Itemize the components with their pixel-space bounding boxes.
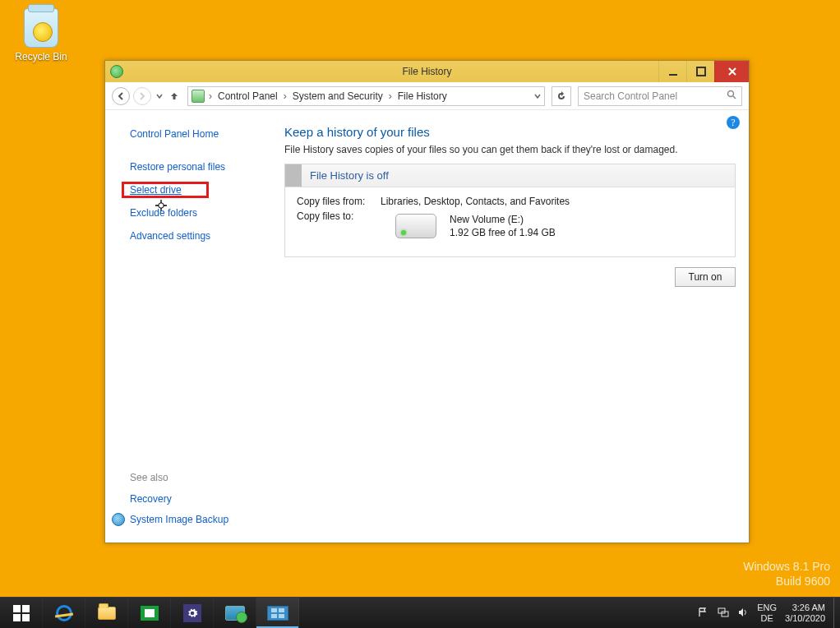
recycle-bin-label: Recycle Bin bbox=[15, 51, 67, 62]
taskbar-app-monitor[interactable] bbox=[214, 598, 256, 628]
sidebar-system-image-backup[interactable]: System Image Backup bbox=[130, 513, 263, 526]
window-app-icon bbox=[110, 65, 123, 78]
copy-from-value: Libraries, Desktop, Contacts, and Favori… bbox=[381, 196, 570, 207]
close-button[interactable] bbox=[714, 61, 749, 82]
tray-clock[interactable]: 3:26 AM 3/10/2020 bbox=[785, 603, 825, 622]
svg-rect-0 bbox=[669, 74, 677, 76]
page-subtitle: File History saves copies of your files … bbox=[284, 144, 736, 155]
svg-point-2 bbox=[728, 91, 734, 97]
tray-flag-icon[interactable] bbox=[698, 607, 709, 620]
sidebar-recovery[interactable]: Recovery bbox=[130, 493, 263, 505]
minimize-button[interactable] bbox=[658, 61, 686, 82]
search-box[interactable] bbox=[578, 86, 742, 106]
maximize-button[interactable] bbox=[686, 61, 714, 82]
svg-line-3 bbox=[733, 96, 736, 99]
taskbar-ie[interactable] bbox=[43, 598, 85, 628]
ie-icon bbox=[56, 605, 72, 621]
show-desktop-button[interactable] bbox=[833, 598, 840, 628]
sidebar-control-panel-home[interactable]: Control Panel Home bbox=[130, 128, 263, 140]
file-history-status: File History is off bbox=[310, 169, 389, 182]
copy-from-label: Copy files from: bbox=[297, 196, 372, 207]
sidebar-see-also-heading: See also bbox=[130, 472, 263, 483]
taskbar-settings[interactable] bbox=[171, 598, 214, 628]
drive-free-space: 1.92 GB free of 1.94 GB bbox=[450, 227, 556, 238]
copy-to-label: Copy files to: bbox=[297, 210, 372, 238]
breadcrumb[interactable]: › Control Panel › System and Security › … bbox=[187, 86, 545, 106]
file-history-window: File History bbox=[104, 60, 750, 543]
taskbar-store[interactable] bbox=[128, 598, 171, 628]
control-panel-icon bbox=[192, 90, 205, 103]
drive-name: New Volume (E:) bbox=[450, 214, 556, 225]
sidebar-exclude-folders[interactable]: Exclude folders bbox=[130, 207, 263, 219]
address-bar: › Control Panel › System and Security › … bbox=[105, 82, 749, 110]
chevron-right-icon[interactable]: › bbox=[206, 90, 215, 102]
page-heading: Keep a history of your files bbox=[284, 125, 736, 139]
main-panel: Keep a history of your files File Histor… bbox=[278, 110, 749, 543]
sidebar: Control Panel Home Restore personal file… bbox=[105, 110, 278, 543]
turn-on-button[interactable]: Turn on bbox=[675, 267, 736, 287]
chevron-right-icon[interactable]: › bbox=[386, 90, 395, 102]
sidebar-restore-files[interactable]: Restore personal files bbox=[130, 161, 263, 173]
sidebar-select-drive[interactable]: Select drive bbox=[130, 184, 263, 196]
gear-icon bbox=[183, 604, 201, 622]
control-panel-icon bbox=[267, 606, 288, 621]
start-button[interactable] bbox=[0, 598, 43, 628]
status-color bbox=[285, 164, 302, 187]
tray-network-icon[interactable] bbox=[718, 607, 729, 620]
recent-locations-dropdown[interactable] bbox=[155, 91, 164, 101]
titlebar[interactable]: File History bbox=[105, 61, 749, 82]
monitor-refresh-icon bbox=[225, 606, 245, 621]
folder-icon bbox=[98, 607, 116, 620]
breadcrumb-system-security[interactable]: System and Security bbox=[291, 90, 385, 102]
system-tray: ENG DE 3:26 AM 3/10/2020 bbox=[690, 598, 833, 628]
windows-logo-icon bbox=[13, 605, 30, 621]
windows-watermark: Windows 8.1 Pro Build 9600 bbox=[743, 559, 830, 589]
recycle-bin[interactable]: Recycle Bin bbox=[15, 8, 67, 62]
sidebar-select-drive-label: Select drive bbox=[130, 184, 182, 196]
forward-button[interactable] bbox=[133, 87, 151, 105]
refresh-button[interactable] bbox=[552, 86, 571, 106]
search-input[interactable] bbox=[584, 90, 722, 102]
taskbar-control-panel[interactable] bbox=[256, 598, 299, 628]
breadcrumb-file-history[interactable]: File History bbox=[396, 90, 449, 102]
shield-icon bbox=[112, 513, 125, 526]
tray-volume-icon[interactable] bbox=[737, 607, 749, 620]
taskbar-explorer[interactable] bbox=[85, 598, 128, 628]
breadcrumb-dropdown[interactable] bbox=[529, 90, 541, 102]
taskbar: ENG DE 3:26 AM 3/10/2020 bbox=[0, 597, 840, 628]
breadcrumb-control-panel[interactable]: Control Panel bbox=[216, 90, 279, 102]
recycle-bin-icon bbox=[24, 8, 58, 48]
up-button[interactable] bbox=[168, 90, 181, 103]
search-icon[interactable] bbox=[727, 90, 736, 102]
tray-language[interactable]: ENG DE bbox=[757, 603, 777, 622]
back-button[interactable] bbox=[112, 87, 130, 105]
status-panel: File History is off Copy files from: Lib… bbox=[284, 164, 736, 257]
chevron-right-icon[interactable]: › bbox=[281, 90, 289, 102]
window-title: File History bbox=[105, 66, 749, 77]
drive-icon bbox=[395, 214, 436, 238]
sidebar-advanced-settings[interactable]: Advanced settings bbox=[130, 230, 263, 242]
store-icon bbox=[141, 606, 159, 621]
svg-rect-1 bbox=[697, 67, 705, 76]
